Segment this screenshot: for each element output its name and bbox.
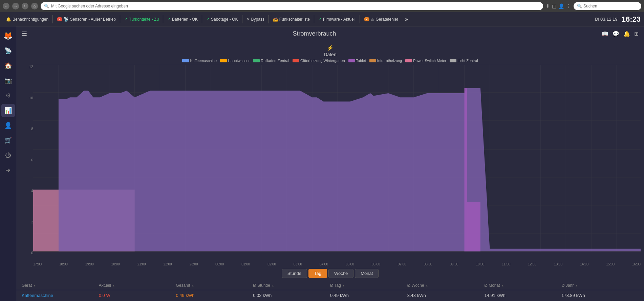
more-item[interactable]: » — [402, 15, 411, 24]
table-header-cell[interactable]: Ø Monat▲ — [485, 283, 562, 288]
y-axis-label: 6 — [20, 158, 33, 162]
y-axis: 121086420 — [20, 65, 33, 262]
x-axis-label: 04:00 — [320, 262, 328, 266]
firmware-item[interactable]: ✓ Firmware - Aktuell — [316, 16, 358, 23]
table-header-cell[interactable]: Ø Woche▲ — [407, 283, 485, 288]
table-header-cell[interactable]: Aktuell▲ — [99, 283, 176, 288]
sensors-icon: 📡 — [64, 17, 69, 22]
sensors-item[interactable]: 2 📡 Sensoren - Außer Betrieb — [54, 16, 119, 23]
radio-icon: 📻 — [273, 17, 278, 22]
bypass-item[interactable]: ✕ Bypass — [244, 16, 267, 23]
sidebar-item-sensors[interactable]: 📡 — [1, 44, 15, 58]
time-period-button[interactable]: Monat — [355, 269, 379, 278]
battery-item[interactable]: ✓ Batterien - OK — [165, 16, 200, 23]
address-bar[interactable]: 🔍 Mit Google suchen oder Adresse eingebe… — [41, 2, 543, 10]
firmware-label: Firmware - Aktuell — [323, 17, 356, 22]
x-axis-label: 23:00 — [189, 262, 198, 266]
time-period-button[interactable]: Woche — [328, 269, 353, 278]
sensors-badge: 2 — [57, 17, 62, 21]
apps-icon[interactable]: ⊞ — [634, 31, 639, 37]
sidebar-item-fox[interactable]: 🦊 — [1, 29, 15, 43]
legend-label: Kaffeemaschine — [190, 59, 217, 63]
table-header-cell[interactable]: Ø Jahr▲ — [561, 283, 639, 288]
time-period-button[interactable]: Stunde — [282, 269, 307, 278]
search-icon: 🔍 — [44, 4, 49, 8]
time-period-button[interactable]: Tag — [308, 269, 327, 278]
y-axis-label: 0 — [20, 251, 33, 255]
notifications-item[interactable]: 🔔 Benachrichtigungen — [3, 16, 51, 23]
x-axis-label: 07:00 — [398, 262, 406, 266]
svg-marker-34 — [467, 202, 480, 251]
hamburger-menu[interactable]: ☰ — [22, 30, 27, 38]
x-axis-label: 02:00 — [267, 262, 276, 266]
x-axis: 17:0018:0019:0020:0021:0022:0023:0000:00… — [20, 262, 641, 266]
sidebar-item-shop[interactable]: 🛒 — [1, 134, 15, 147]
y-axis-label: 4 — [20, 189, 33, 193]
chart-subtitle: Daten — [20, 52, 641, 57]
sort-icon: ▲ — [501, 284, 504, 287]
menu-dots-icon[interactable]: ⋮ — [566, 3, 571, 9]
browser-bar: ← → ↻ ⌂ 🔍 Mit Google suchen oder Adresse… — [0, 0, 644, 12]
profile-icon[interactable]: 👤 — [558, 3, 564, 9]
chart-area: 121086420 — [20, 65, 641, 262]
legend-color — [405, 59, 412, 62]
bypass-label: Bypass — [251, 17, 264, 22]
book-icon[interactable]: 📖 — [602, 31, 608, 37]
sort-icon: ▲ — [192, 284, 194, 287]
table-header-label: Gerät — [22, 283, 32, 288]
x-axis-label: 14:00 — [580, 262, 588, 266]
sidebar-item-home[interactable]: 🏠 — [1, 59, 15, 73]
x-axis-label: 19:00 — [85, 262, 94, 266]
legend-item: Kaffeemaschine — [182, 59, 217, 63]
table-header-cell[interactable]: Gesamt▲ — [176, 283, 253, 288]
chat-icon[interactable]: 💬 — [613, 31, 619, 37]
svg-marker-33 — [465, 88, 467, 252]
legend-item: Licht Zentral — [450, 59, 478, 63]
battery-label: Batterien - OK — [172, 17, 198, 22]
sidebar-item-power[interactable]: ⏻ — [1, 148, 15, 162]
sidebar-item-chart[interactable]: 📊 — [1, 104, 15, 117]
chart-legend: KaffeemaschineHauptwasserRollladen-Zentr… — [20, 59, 641, 63]
legend-color — [182, 59, 189, 62]
notification-icon[interactable]: 🔔 — [623, 31, 630, 37]
legend-color — [450, 59, 456, 62]
sabotage-icon: ✓ — [206, 17, 210, 22]
x-axis-label: 16:00 — [632, 262, 641, 266]
table-header-label: Ø Jahr — [561, 283, 574, 288]
divider-1 — [52, 15, 53, 23]
home-button[interactable]: ⌂ — [31, 3, 38, 9]
tabs-icon[interactable]: ◫ — [552, 3, 556, 9]
errors-item[interactable]: 2 ⚠ Gerätefehler — [361, 16, 401, 23]
forward-button[interactable]: → — [12, 3, 19, 9]
table-header-cell[interactable]: Gerät▲ — [22, 283, 99, 288]
table-header-cell[interactable]: Ø Stunde▲ — [253, 283, 330, 288]
back-button[interactable]: ← — [3, 3, 9, 9]
table-header-cell[interactable]: Ø Tag▲ — [330, 283, 407, 288]
sort-icon: ▲ — [272, 284, 274, 287]
legend-label: Gittorheizung Wintergarten — [300, 59, 345, 63]
table-header-label: Aktuell — [99, 283, 111, 288]
time-buttons: StundeTagWocheMonat — [20, 266, 641, 281]
radio-item[interactable]: 📻 Funkschalterliste — [270, 16, 313, 23]
sabotage-item[interactable]: ✓ Sabotage - OK — [203, 16, 240, 23]
door-label: Türkontakte - Zu — [129, 17, 159, 22]
legend-label: Power Switch Meter — [413, 59, 446, 63]
sidebar-item-settings[interactable]: ⚙ — [1, 89, 15, 102]
browser-search-bar[interactable]: 🔍 Suchen — [574, 2, 641, 10]
content-header: ☰ Stromverbrauch 📖 💬 🔔 ⊞ — [16, 26, 644, 41]
browser-search-icon: 🔍 — [577, 4, 582, 8]
download-icon[interactable]: ⬇ — [546, 3, 550, 9]
refresh-button[interactable]: ↻ — [22, 3, 28, 9]
sidebar-item-exit[interactable]: ➜ — [1, 163, 15, 177]
x-axis-label: 03:00 — [294, 262, 302, 266]
sidebar-item-camera[interactable]: 📷 — [1, 74, 15, 87]
y-axis-label: 10 — [20, 96, 33, 100]
table-header-label: Ø Stunde — [253, 283, 270, 288]
legend-color — [253, 59, 260, 62]
avg-year-cell: 178.89 kWh — [561, 293, 639, 298]
x-axis-label: 00:00 — [215, 262, 224, 266]
lightning-icon: ⚡ — [327, 45, 334, 51]
door-item[interactable]: ✓ Türkontakte - Zu — [122, 16, 162, 23]
sidebar-item-user[interactable]: 👤 — [1, 119, 15, 132]
device-cell[interactable]: Kaffeemaschine — [22, 293, 99, 298]
